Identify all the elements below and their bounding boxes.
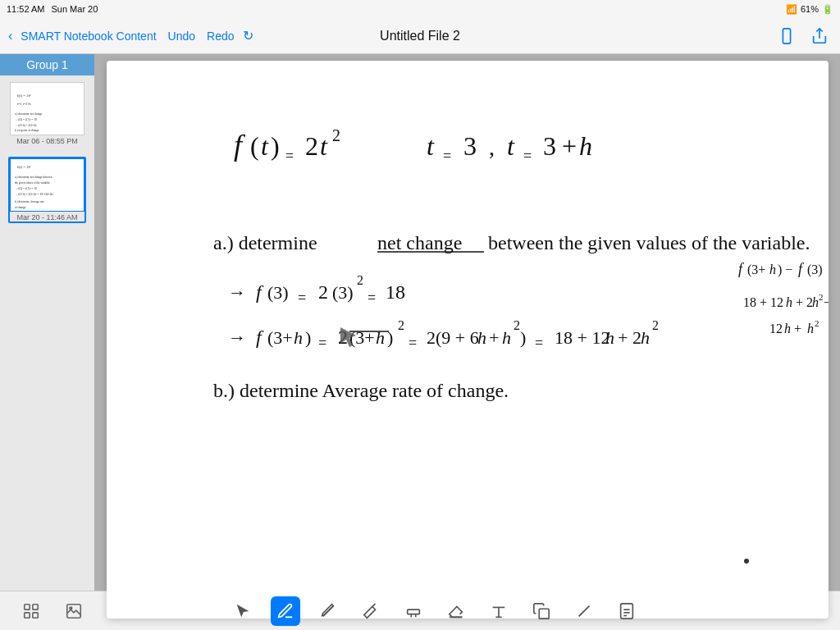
svg-text:h: h [477,327,486,348]
svg-text:+: + [562,131,577,161]
svg-text:+: + [489,327,499,348]
svg-text:of change.: of change. [15,206,26,209]
insert-image-button[interactable] [59,596,89,626]
svg-text:h: h [605,327,614,348]
svg-text:3: 3 [463,131,477,161]
svg-rect-108 [539,609,549,619]
svg-text:h: h [294,327,303,348]
svg-text:=: = [368,290,376,306]
status-bar: 11:52 AM Sun Mar 20 📶 61% 🔋 [0,0,840,18]
svg-rect-95 [25,612,30,617]
svg-rect-110 [621,603,633,618]
svg-text:) −: ) − [778,262,792,277]
text-tool-button[interactable] [484,596,514,626]
eraser-tool-button[interactable] [441,596,471,626]
shapes-tool-button[interactable] [527,596,556,626]
svg-text:+: + [794,322,801,336]
svg-text:h: h [502,327,511,348]
svg-rect-3 [11,83,84,135]
svg-text:(3): (3) [332,282,354,303]
svg-text:f: f [256,281,264,303]
svg-text:=: = [318,335,326,351]
svg-text:): ) [387,327,393,348]
svg-text:12: 12 [769,322,783,336]
svg-text:t: t [427,131,435,161]
svg-text:=: = [285,148,294,164]
svg-text:+ 2: + 2 [618,327,641,348]
svg-text:→: → [228,282,246,303]
svg-text:a.)  determine: a.) determine [213,232,317,253]
slide-2-date: Mar 20 - 11:46 AM [10,213,84,221]
svg-text:b.)  determine   Average  rate: b.) determine Average rate of change. [213,380,509,401]
svg-text:2: 2 [318,281,328,303]
svg-text:f: f [738,261,745,277]
svg-rect-0 [783,28,790,43]
whiteboard[interactable]: f ( t ) = 2 t 2 t = 3 , t = 3 + h [107,61,829,619]
svg-line-109 [579,605,590,616]
svg-text:b.) determine Average rate: b.) determine Average rate [15,201,45,204]
svg-rect-96 [33,612,38,617]
svg-text:=: = [535,335,543,351]
share-icon[interactable] [807,24,832,48]
svg-text:2: 2 [398,318,404,332]
iphone-icon[interactable] [774,24,799,48]
time: 11:52 AM [7,4,44,14]
svg-text:t: t [261,131,269,161]
svg-point-91 [744,559,749,564]
status-left: 11:52 AM Sun Mar 20 [7,4,98,14]
svg-text:h: h [807,322,814,336]
svg-text:=: = [523,148,532,164]
svg-rect-94 [33,604,38,609]
refresh-button[interactable]: ↻ [243,28,253,43]
svg-text:f(t) = 2t²: f(t) = 2t² [17,94,31,98]
svg-text:2: 2 [305,131,318,161]
svg-text:− 18: − 18 [824,295,829,309]
canvas-area: f ( t ) = 2 t 2 t = 3 , t = 3 + h [94,54,840,591]
svg-text:): ) [305,327,311,348]
slide-1-date: Mar 06 - 08:55 PM [10,137,84,145]
wifi-icon: 📶 [786,4,797,15]
svg-text:a.) determine net change betwe: a.) determine net change between [15,176,52,179]
redo-button[interactable]: Redo [203,28,237,44]
svg-text:a.) determine net change: a.) determine net change [15,112,43,116]
svg-text:net change: net change [377,232,462,253]
svg-text:2: 2 [332,126,340,144]
highlighter-tool-button[interactable] [399,596,428,626]
slide-thumbnail-2[interactable]: f(t) = 2t² a.) determine net change betw… [8,157,86,223]
back-chevron-icon: ‹ [8,29,12,43]
left-tools [16,596,89,626]
svg-text:f: f [798,261,805,277]
svg-text:=: = [443,148,451,164]
svg-text:the given values of the variab: the given values of the variable. [15,181,51,185]
line-tool-button[interactable] [569,596,599,626]
delete-left-button[interactable] [16,596,46,626]
svg-text:f(t) = 2t²: f(t) = 2t² [17,165,31,169]
import-tool-button[interactable] [612,596,641,626]
svg-text:f: f [234,129,246,162]
svg-text:h: h [784,322,791,336]
svg-text:(3+: (3+ [349,327,375,348]
svg-text:): ) [271,131,280,161]
pencil-tool-button[interactable] [313,596,343,626]
svg-text:(3+: (3+ [267,327,293,348]
svg-text:=: = [409,335,417,351]
svg-line-100 [372,603,376,606]
undo-button[interactable]: Undo [165,28,199,44]
file-title: Untitled File 2 [380,29,460,43]
svg-text:→: → [228,327,246,348]
svg-text:18: 18 [386,281,405,303]
svg-text:t: t [320,131,328,161]
pointer-tool-button[interactable] [228,596,258,626]
svg-text:(3): (3) [267,282,289,303]
svg-text:(3): (3) [807,262,823,277]
smart-notebook-back-button[interactable]: SMART Notebook Content [17,28,159,44]
svg-text:2: 2 [819,292,824,302]
title-text: Untitled File 2 [380,29,460,43]
top-toolbar: ‹ SMART Notebook Content Undo Redo ↻ Unt… [0,18,840,54]
svg-text:between  the  given  values  o: between the given values of the variable… [488,232,810,253]
marker-tool-button[interactable] [356,596,386,626]
group-label: Group 1 [0,54,94,75]
pen-tool-button[interactable] [271,596,300,626]
svg-text:2(9 + 6: 2(9 + 6 [427,327,479,348]
slide-thumbnail-1[interactable]: f(t) = 2t² t=3, t=3+h a.) determine net … [8,80,86,147]
